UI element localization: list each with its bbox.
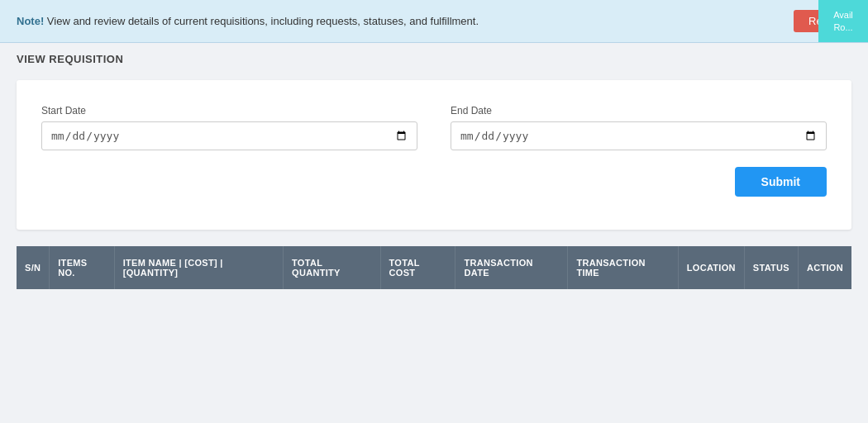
col-header-status: STATUS <box>744 246 798 289</box>
top-banner: Note! View and review details of current… <box>0 0 868 43</box>
section-title: VIEW REQUISITION <box>17 53 851 65</box>
banner-text: Note! View and review details of current… <box>17 15 479 27</box>
submit-row: Submit <box>41 167 827 197</box>
section-header: VIEW REQUISITION <box>0 43 868 72</box>
end-date-input[interactable] <box>451 121 827 150</box>
start-date-input[interactable] <box>41 121 417 150</box>
start-date-group: Start Date <box>41 105 417 150</box>
col-header-transaction_time: TRANSACTION TIME <box>568 246 678 289</box>
banner-note-label: Note! <box>17 15 44 27</box>
end-date-group: End Date <box>451 105 827 150</box>
col-header-sn: S/N <box>17 246 50 289</box>
form-card: Start Date End Date Submit <box>17 80 851 230</box>
col-header-total_cost: TOTAL COST <box>380 246 455 289</box>
col-header-item_name: ITEM NAME | [COST] | [QUANTITY] <box>114 246 283 289</box>
col-header-items_no: ITEMS NO. <box>50 246 114 289</box>
form-row: Start Date End Date <box>41 105 827 150</box>
col-header-transaction_date: TRANSACTION DATE <box>455 246 568 289</box>
data-table: S/NITEMS NO.ITEM NAME | [COST] | [QUANTI… <box>17 246 851 289</box>
col-header-location: LOCATION <box>678 246 744 289</box>
end-date-label: End Date <box>451 105 827 116</box>
submit-button[interactable]: Submit <box>735 167 827 197</box>
table-header-row: S/NITEMS NO.ITEM NAME | [COST] | [QUANTI… <box>17 246 851 289</box>
table-header: S/NITEMS NO.ITEM NAME | [COST] | [QUANTI… <box>17 246 851 289</box>
avail-tab-label: AvailRo... <box>833 9 853 33</box>
col-header-total_quantity: TOTAL QUANTITY <box>284 246 380 289</box>
banner-note-text: View and review details of current requi… <box>47 15 479 27</box>
avail-tab[interactable]: AvailRo... <box>818 0 868 42</box>
start-date-label: Start Date <box>41 105 417 116</box>
table-section: S/NITEMS NO.ITEM NAME | [COST] | [QUANTI… <box>17 246 851 289</box>
col-header-action: ACTION <box>798 246 851 289</box>
